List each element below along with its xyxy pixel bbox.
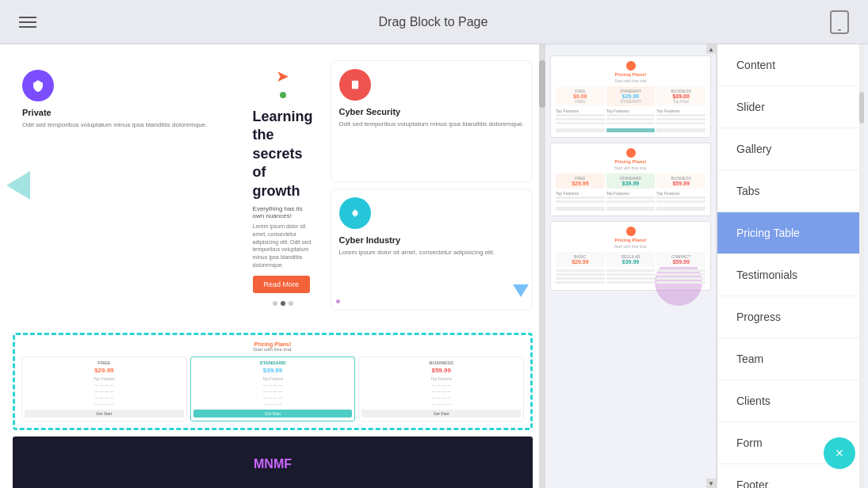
t2fl1 xyxy=(556,196,605,199)
pricing-dashed-block[interactable]: Pricing Plans! Start with free trial. FR… xyxy=(13,333,533,430)
pricing-card-free: FREE $29.99 Top Feature— — — —— — — —— —… xyxy=(21,356,187,421)
pricing-thumbnail-3[interactable]: Pricing Plans! Start with free trial. BA… xyxy=(550,221,711,291)
t2fl5 xyxy=(656,196,705,199)
fl7 xyxy=(656,114,705,116)
plan-biz-btn[interactable]: Get Start xyxy=(361,410,521,417)
thumb2-free-price: $29.99 xyxy=(557,181,603,186)
thumb3-col-regular: REGULAR $39.99 xyxy=(606,252,656,267)
close-button[interactable]: × xyxy=(824,437,855,469)
t3fl4 xyxy=(556,281,605,284)
t3fl8 xyxy=(606,281,656,284)
t2f3: Top Features xyxy=(656,191,705,196)
thumb1-btn1 xyxy=(556,128,605,132)
menu-icon[interactable] xyxy=(19,17,36,28)
plan-biz-features: Top Feature— — — —— — — —— — — —— — — — xyxy=(361,376,521,407)
read-more-button[interactable]: Read More xyxy=(253,276,311,293)
feature-card-cybersecurity: Cyber Security Odit sed temporibus volup… xyxy=(331,60,533,182)
pricing-card-business: BUSINESS $59.99 Top Feature— — — —— — — … xyxy=(358,356,524,421)
thumb2-btn3 xyxy=(656,207,705,211)
mobile-device-icon[interactable] xyxy=(830,10,849,34)
feature-card-cyberindustry-desc: Lorem ipsum dolor sit amet, consectetur … xyxy=(339,248,524,257)
thumb1-title: Pricing Plans! xyxy=(556,72,705,77)
right-panel-wrapper: Content Slider Gallery Tabs Pricing Tabl… xyxy=(716,44,868,488)
thumb2-col-free: FREE $29.99 xyxy=(556,173,605,189)
plan-std-btn[interactable]: Get Start xyxy=(193,410,353,417)
thumb3-basic-price: $29.99 xyxy=(557,259,603,265)
block-clients-label: Clients xyxy=(736,395,770,407)
t2fl2 xyxy=(556,200,605,203)
headline-title: Learning the secrets of growth xyxy=(253,108,313,200)
block-item-gallery[interactable]: Gallery xyxy=(717,128,859,170)
thumb3-fc1 xyxy=(556,269,605,285)
middle-column: ➤ Learning the secrets of growth Everyth… xyxy=(251,60,315,311)
thumb2-features: Top Features Top Features Top Features xyxy=(556,191,705,204)
thumb2-btn2 xyxy=(606,207,656,211)
t3fl12 xyxy=(656,281,705,284)
headline-body: Lorem ipsum dolor sit amet, consectetur … xyxy=(253,223,313,269)
thumb1-features: Top Features Top Features Top Features xyxy=(556,109,705,126)
send-icon: ➤ xyxy=(276,67,289,86)
pricing-mini-content: Pricing Plans! Start with free trial. FR… xyxy=(15,335,530,428)
thumb2-col-standard: STANDARD $39.99 xyxy=(606,173,656,189)
thumb1-std-price: $29.99 xyxy=(608,93,654,99)
fl6 xyxy=(606,122,656,124)
block-item-tabs[interactable]: Tabs xyxy=(717,170,859,212)
thumb2-subtitle: Start with free trial. xyxy=(556,166,705,170)
block-item-slider[interactable]: Slider xyxy=(717,86,859,128)
t3fl1 xyxy=(556,269,605,272)
thumb2-btn1 xyxy=(556,207,605,211)
page-dot-1 xyxy=(273,301,277,306)
t3fl5 xyxy=(606,269,656,272)
thumb2-biz-price: $59.99 xyxy=(658,181,704,186)
scroll-up-button[interactable]: ▲ xyxy=(706,44,716,54)
thumb2-fc3: Top Features xyxy=(656,191,705,204)
block-list-scroll[interactable]: Content Slider Gallery Tabs Pricing Tabl… xyxy=(717,44,859,488)
thumb1-col-free: FREE $0.00 FREE xyxy=(556,86,605,106)
block-item-pricing-table[interactable]: Pricing Table xyxy=(717,212,859,254)
thumb2-fc2: Top Features xyxy=(606,191,656,204)
pricing-thumbnail-2[interactable]: Pricing Plans! Start with free trial. FR… xyxy=(550,143,711,216)
thumb1-top-feat-3: Top Features xyxy=(656,109,705,113)
panel-scrollbar[interactable] xyxy=(859,44,864,488)
page-dot-2 xyxy=(281,301,285,306)
thumb2-price-row: FREE $29.99 STANDARD $39.99 BUSINESS $59… xyxy=(556,173,705,189)
t3fl3 xyxy=(556,277,605,280)
block-slider-label: Slider xyxy=(736,101,765,113)
green-dot xyxy=(280,92,286,98)
pricing-thumbnail-1[interactable]: Pricing Plans! Start with free trial FRE… xyxy=(550,55,711,138)
header-title: Drag Block to Page xyxy=(379,15,488,29)
t2fl6 xyxy=(656,200,705,203)
block-item-team[interactable]: Team xyxy=(717,338,859,380)
thumb3-col-basic: BASIC $29.99 xyxy=(556,252,605,267)
block-item-testimonials[interactable]: Testimonials xyxy=(717,254,859,296)
thumb3-subtitle: Start with free trial. xyxy=(556,244,705,249)
thumb3-title: Pricing Plans! xyxy=(556,238,705,242)
canvas-scrollbar[interactable] xyxy=(539,44,545,488)
thumb1-col-business: BUSINESS $39.00 Top Plan! xyxy=(656,86,705,106)
block-team-label: Team xyxy=(736,353,763,365)
t3fl7 xyxy=(606,277,656,280)
t3fl9 xyxy=(656,269,705,272)
thumb1-std-sub: STANDART xyxy=(608,99,654,104)
plan-free-btn[interactable]: Get Start xyxy=(25,410,184,417)
thumb1-biz-price: $39.00 xyxy=(658,93,704,99)
right-cards-column: Cyber Security Odit sed temporibus volup… xyxy=(331,60,533,311)
block-content-label: Content xyxy=(736,59,775,71)
t2f1: Top Features xyxy=(556,191,605,196)
thumb1-biz-sub: Top Plan! xyxy=(658,99,704,104)
block-item-content[interactable]: Content xyxy=(717,44,859,86)
bottom-block-text: MNMF xyxy=(254,457,292,471)
page-dot-3 xyxy=(289,301,293,306)
block-item-clients[interactable]: Clients xyxy=(717,380,859,422)
pricing-card-standard: STANDARD $39.99 Top Feature— — — —— — — … xyxy=(190,356,356,421)
thumb-1-inner: Pricing Plans! Start with free trial FRE… xyxy=(551,56,710,137)
cybersecurity-icon xyxy=(339,69,371,101)
scroll-down-button[interactable]: ▼ xyxy=(706,478,716,488)
thumb1-free-sub: FREE xyxy=(557,99,603,104)
t3fl10 xyxy=(656,273,705,276)
pricing-mini-title: Pricing Plans! xyxy=(21,341,524,347)
plan-biz-price: $59.99 xyxy=(361,367,521,374)
block-tabs-label: Tabs xyxy=(736,185,760,197)
block-item-progress[interactable]: Progress xyxy=(717,296,859,338)
t2fl4 xyxy=(606,200,656,203)
